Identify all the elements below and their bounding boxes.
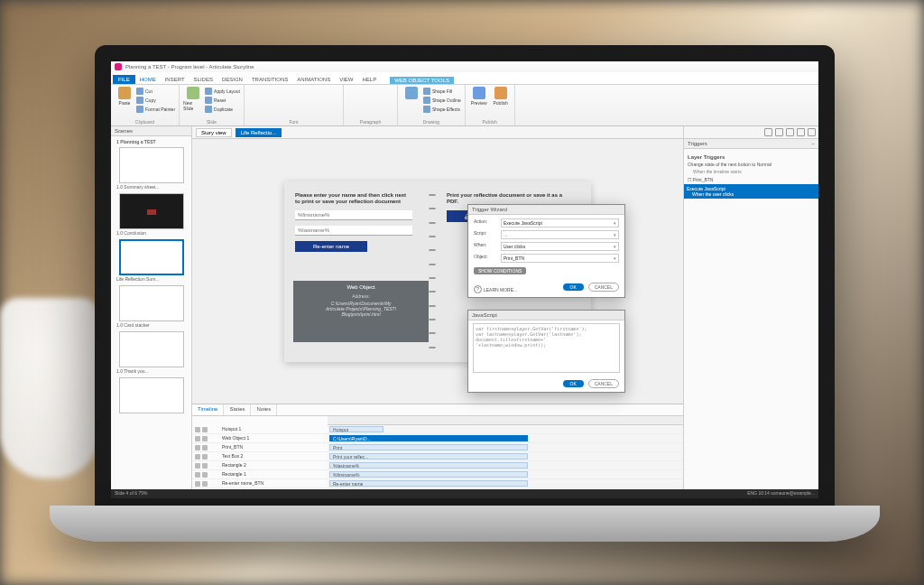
object-name: Hotspot 1 (219, 425, 328, 433)
action-select[interactable]: Execute JavaScript (501, 218, 619, 228)
scene-item[interactable]: 1.0 Summary sheet... (115, 147, 188, 190)
lock-icon[interactable] (202, 436, 208, 441)
reenter-name-button[interactable]: Re-enter name (295, 241, 367, 252)
duplicate-button[interactable]: Duplicate (205, 105, 240, 114)
track[interactable]: Re-enter name (328, 479, 683, 488)
cancel-button[interactable]: CANCEL (588, 283, 619, 292)
tab-view[interactable]: VIEW (335, 75, 357, 84)
lock-icon[interactable] (202, 454, 208, 460)
shape-fill-button[interactable]: Shape Fill (423, 87, 461, 96)
timeline-bar[interactable]: Print your reflec... (329, 453, 528, 460)
file-tab[interactable]: FILE (113, 75, 135, 84)
timeline-row[interactable]: Rectangle 1 %firstname% (192, 470, 683, 479)
dialog-title[interactable]: JavaScript (468, 311, 624, 320)
notes-tab[interactable]: Notes (251, 404, 277, 415)
view-icon[interactable] (808, 128, 816, 136)
eye-icon[interactable] (195, 445, 200, 450)
ok-button[interactable]: OK (563, 283, 584, 291)
timeline-row[interactable]: Web Object 1 C:\Users\Ryan\D... (192, 434, 683, 443)
shapes-button[interactable] (402, 87, 421, 99)
track[interactable]: Print (328, 443, 683, 451)
learn-more-link[interactable]: LEARN MORE... (474, 285, 517, 293)
timeline-row[interactable]: Rectangle 2 %lastname% (192, 461, 683, 470)
view-icon[interactable] (797, 128, 805, 136)
context-tab-web-object[interactable]: WEB OBJECT TOOLS (390, 77, 454, 84)
scene-item[interactable]: 1.0 Conclusion (115, 193, 188, 236)
format-painter-button[interactable]: Format Painter (136, 105, 175, 114)
lastname-field[interactable]: %lastname% (295, 226, 412, 236)
eye-icon[interactable] (195, 454, 200, 460)
firstname-field[interactable]: %firstname% (295, 210, 412, 220)
trigger-selected[interactable]: Execute JavaScript When the user clicks (684, 184, 818, 199)
when-select[interactable]: User clicks (501, 242, 619, 251)
preview-button[interactable]: Preview (469, 87, 489, 106)
timeline-row[interactable]: Re-enter name_BTN Re-enter name (192, 479, 683, 488)
code-textarea[interactable]: var firstname=player.GetVar('firstname')… (473, 323, 620, 373)
web-object-title: Web Object (297, 284, 425, 290)
eye-icon[interactable] (195, 472, 200, 478)
apply-layout-button[interactable]: Apply Layout (205, 87, 240, 96)
view-icon[interactable] (786, 128, 794, 136)
timeline-bar[interactable]: %firstname% (329, 471, 528, 478)
cut-button[interactable]: Cut (136, 87, 175, 96)
timeline-bar[interactable]: C:\Users\Ryan\D... (329, 435, 528, 441)
tab-design[interactable]: DESIGN (217, 75, 247, 84)
scene-item[interactable]: 1.0 Card stacker (115, 285, 188, 328)
scene-item[interactable] (115, 377, 188, 413)
states-tab[interactable]: States (224, 404, 251, 415)
timeline-row[interactable]: Print_BTN Print (192, 443, 683, 452)
lock-icon[interactable] (202, 445, 208, 450)
track[interactable]: Print your reflec... (328, 452, 683, 460)
group-label: Slide (183, 118, 240, 125)
timeline-bar[interactable]: Hotspot (329, 426, 383, 432)
object-select[interactable]: Print_BTN (501, 254, 619, 263)
lock-icon[interactable] (202, 463, 208, 469)
row-icons (192, 443, 219, 451)
eye-icon[interactable] (195, 463, 200, 469)
collapse-icon[interactable]: − (811, 141, 815, 146)
track[interactable]: C:\Users\Ryan\D... (328, 434, 683, 442)
timeline-bar[interactable]: %lastname% (329, 462, 528, 469)
timeline-ruler[interactable] (328, 416, 683, 425)
track[interactable]: %lastname% (328, 461, 683, 469)
tab-transitions[interactable]: TRANSITIONS (247, 75, 292, 84)
tab-home[interactable]: HOME (135, 75, 161, 84)
show-conditions-button[interactable]: SHOW CONDITIONS (474, 267, 526, 274)
lock-icon[interactable] (202, 427, 208, 432)
web-object-overlay[interactable]: Web Object Address: C:\Users\Ryan\Docume… (293, 281, 429, 342)
cancel-button[interactable]: CANCEL (588, 379, 619, 388)
eye-icon[interactable] (195, 481, 200, 487)
eye-icon[interactable] (195, 427, 200, 432)
trigger-item[interactable]: Change state of the next button to Norma… (688, 162, 815, 167)
view-icon[interactable] (764, 128, 772, 136)
script-button[interactable]: ... (501, 230, 619, 239)
story-view-tab[interactable]: Story view (196, 128, 232, 137)
timeline-tab[interactable]: Timeline (192, 404, 224, 415)
track[interactable]: %firstname% (328, 470, 683, 478)
timeline-row[interactable]: Text Box 2 Print your reflec... (192, 452, 683, 461)
copy-button[interactable]: Copy (136, 96, 175, 105)
dialog-title[interactable]: Trigger Wizard (468, 205, 624, 215)
scene-item[interactable]: Life Reflection Sum... (115, 239, 188, 282)
shape-effects-button[interactable]: Shape Effects (423, 105, 461, 114)
tab-animations[interactable]: ANIMATIONS (292, 75, 335, 84)
tab-help[interactable]: HELP (358, 75, 382, 84)
shape-outline-button[interactable]: Shape Outline (423, 96, 461, 105)
timeline-row[interactable]: Hotspot 1 Hotspot (192, 425, 683, 434)
timeline-bar[interactable]: Re-enter name (329, 480, 528, 487)
eye-icon[interactable] (195, 436, 200, 441)
slide-tab[interactable]: Life Reflectio... (236, 128, 282, 137)
new-slide-button[interactable]: New Slide (183, 87, 203, 111)
paste-button[interactable]: Paste (115, 87, 134, 106)
publish-button[interactable]: Publish (491, 87, 511, 106)
tab-insert[interactable]: INSERT (161, 75, 189, 84)
lock-icon[interactable] (202, 472, 208, 478)
lock-icon[interactable] (202, 481, 208, 487)
reset-button[interactable]: Reset (205, 96, 240, 105)
timeline-bar[interactable]: Print (329, 444, 528, 450)
scene-item[interactable]: 1.0 Thank you... (115, 331, 188, 374)
ok-button[interactable]: OK (563, 380, 584, 387)
track[interactable]: Hotspot (328, 425, 683, 433)
view-icon[interactable] (775, 128, 783, 136)
tab-slides[interactable]: SLIDES (189, 75, 217, 84)
